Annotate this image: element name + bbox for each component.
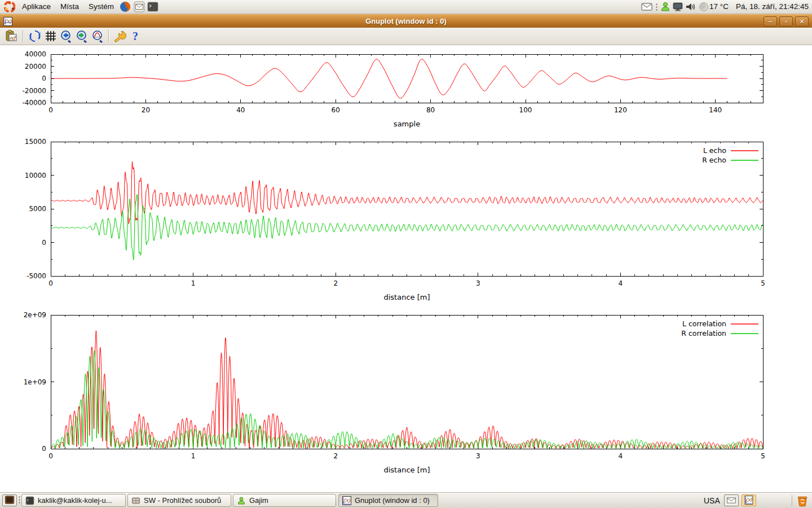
ubuntu-logo-icon[interactable] <box>4 1 15 12</box>
zoom-previous-icon[interactable] <box>60 29 73 43</box>
menu-system-label: Systém <box>89 2 114 11</box>
charts: 020406080100120140-40000-200000200004000… <box>0 45 812 492</box>
minimize-button[interactable]: – <box>764 16 777 27</box>
task-gnuplot-label: Gnuplot (window id : 0) <box>355 496 430 505</box>
svg-text:R correlation: R correlation <box>681 329 726 338</box>
bottom-taskbar: kaklik@kaklik-kolej-u... SW - Prohlížeč … <box>0 492 812 508</box>
tray-mail-button[interactable] <box>724 494 739 506</box>
toolbar-separator <box>108 30 109 42</box>
svg-text:-5000: -5000 <box>27 272 46 280</box>
svg-text:15000: 15000 <box>25 138 46 146</box>
close-button[interactable]: ✕ <box>795 16 809 27</box>
gnuplot-task-icon <box>342 496 351 505</box>
top-panel: Aplikace Místa Systém 17 °C Pá, 18. září <box>0 0 812 14</box>
svg-text:4: 4 <box>619 452 623 460</box>
gnuplot-canvas[interactable]: 020406080100120140-40000-200000200004000… <box>0 45 812 492</box>
svg-text:5: 5 <box>761 452 765 460</box>
firefox-launcher-icon[interactable] <box>120 1 131 12</box>
gajim-task-icon <box>237 496 246 505</box>
svg-text:1: 1 <box>191 452 196 460</box>
svg-text:120: 120 <box>614 106 627 114</box>
svg-text:?: ? <box>133 30 138 42</box>
tray-handle[interactable] <box>656 3 657 12</box>
svg-text:20: 20 <box>142 106 150 114</box>
grid-icon[interactable] <box>44 29 58 43</box>
task-gajim-label: Gajim <box>249 496 268 505</box>
menu-applications[interactable]: Aplikace <box>17 0 56 14</box>
unzoom-all-icon[interactable] <box>91 29 105 43</box>
series-r-echo <box>51 195 763 260</box>
menu-applications-label: Aplikace <box>22 2 51 11</box>
svg-text:5: 5 <box>761 279 765 287</box>
file-manager-task-icon <box>131 496 140 505</box>
mail-launcher-icon[interactable] <box>134 1 145 12</box>
svg-text:60: 60 <box>332 106 340 114</box>
svg-text:0: 0 <box>48 106 53 114</box>
task-gajim[interactable]: Gajim <box>233 494 336 507</box>
task-terminal[interactable]: kaklik@kaklik-kolej-u... <box>21 494 126 507</box>
clock-label[interactable]: Pá, 18. září, 21:42:45 <box>736 0 809 14</box>
svg-text:100: 100 <box>519 106 532 114</box>
temperature-label[interactable]: 17 °C <box>709 0 729 14</box>
svg-text:3: 3 <box>476 279 480 287</box>
svg-text:-40000: -40000 <box>22 99 46 107</box>
svg-text:80: 80 <box>426 106 435 114</box>
tray-gnuplot-button[interactable] <box>742 494 756 506</box>
refresh-icon[interactable] <box>28 29 42 43</box>
tray-separator <box>792 495 792 506</box>
svg-text:L correlation: L correlation <box>682 319 726 328</box>
task-file-manager-label: SW - Prohlížeč souborů <box>144 496 221 505</box>
tasklist-handle[interactable] <box>19 496 20 505</box>
help-icon[interactable]: ? <box>129 29 142 43</box>
volume-icon[interactable] <box>685 1 696 12</box>
task-terminal-label: kaklik@kaklik-kolej-u... <box>38 496 112 505</box>
svg-text:0: 0 <box>48 279 53 287</box>
chart: 012345-5000050001000015000distance [m]L … <box>25 138 765 301</box>
svg-text:2e+09: 2e+09 <box>24 311 46 319</box>
chart: 01234501e+092e+09distance [m]L correlati… <box>24 311 765 474</box>
settings-wrench-icon[interactable] <box>113 29 126 43</box>
user-switcher-icon[interactable] <box>660 1 671 12</box>
keyboard-layout-indicator[interactable]: USA <box>704 494 720 507</box>
svg-text:0: 0 <box>42 239 46 247</box>
maximize-button[interactable]: ▫ <box>779 16 793 27</box>
svg-text:10000: 10000 <box>25 172 46 179</box>
svg-text:0: 0 <box>48 452 53 460</box>
svg-text:sample: sample <box>394 120 420 128</box>
display-settings-icon[interactable] <box>672 1 683 12</box>
series-l-correlation <box>51 331 763 449</box>
menu-system[interactable]: Systém <box>83 0 119 14</box>
svg-text:3: 3 <box>476 452 480 460</box>
svg-text:4: 4 <box>619 279 623 287</box>
svg-text:R echo: R echo <box>702 156 726 164</box>
svg-text:40: 40 <box>236 106 245 114</box>
svg-text:2: 2 <box>333 279 338 287</box>
task-gnuplot[interactable]: Gnuplot (window id : 0) <box>338 494 438 507</box>
series-signal <box>51 59 727 98</box>
svg-text:140: 140 <box>709 106 722 114</box>
weather-icon <box>698 1 709 12</box>
chart: 020406080100120140-40000-200000200004000… <box>22 50 763 128</box>
terminal-launcher-icon[interactable] <box>147 1 158 12</box>
svg-text:1e+09: 1e+09 <box>24 378 46 386</box>
window-title: Gnuplot (window id : 0) <box>0 15 812 28</box>
toolbar-separator <box>23 30 24 42</box>
svg-text:2: 2 <box>333 452 338 460</box>
terminal-task-icon <box>25 496 34 505</box>
window-titlebar[interactable]: Gnuplot (window id : 0) – ▫ ✕ <box>0 14 812 28</box>
menu-places[interactable]: Místa <box>55 0 84 14</box>
svg-text:-20000: -20000 <box>22 87 46 95</box>
svg-text:5000: 5000 <box>29 205 46 213</box>
series-l-echo <box>51 161 763 224</box>
trash-icon[interactable] <box>796 494 809 507</box>
svg-text:1: 1 <box>191 279 196 287</box>
svg-text:20000: 20000 <box>25 63 46 71</box>
show-desktop-button[interactable] <box>2 494 17 506</box>
tray-mail-icon[interactable] <box>641 1 652 12</box>
gnuplot-toolbar: ? <box>0 28 812 45</box>
svg-text:0: 0 <box>42 445 46 453</box>
zoom-next-icon[interactable] <box>76 29 89 43</box>
svg-text:L echo: L echo <box>703 146 726 155</box>
task-file-manager[interactable]: SW - Prohlížeč souborů <box>127 494 231 507</box>
copy-to-clipboard-icon[interactable] <box>5 29 18 43</box>
